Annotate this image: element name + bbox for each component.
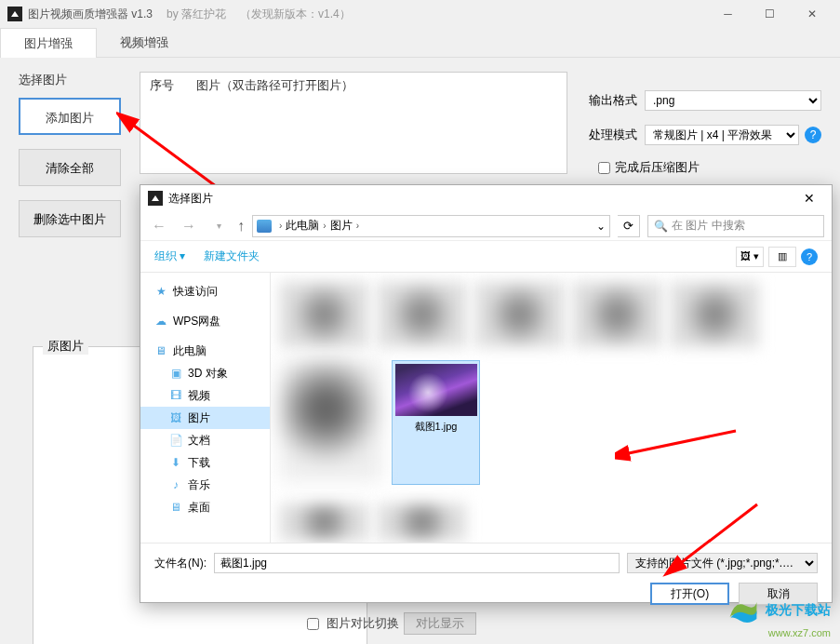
dialog-logo-icon bbox=[148, 191, 163, 206]
doc-icon: 📄 bbox=[168, 433, 183, 448]
nav-recent-icon[interactable]: ▾ bbox=[207, 221, 230, 231]
filename-label: 文件名(N): bbox=[154, 556, 207, 571]
compress-label: 完成后压缩图片 bbox=[615, 159, 700, 176]
view-details-button[interactable]: ▥ bbox=[768, 247, 796, 267]
author-text: by 落红护花 bbox=[167, 7, 226, 22]
video-icon: 🎞 bbox=[168, 388, 183, 403]
preview-label: 原图片 bbox=[43, 338, 88, 355]
refresh-button[interactable]: ⟳ bbox=[618, 215, 640, 237]
dialog-title: 选择图片 bbox=[168, 191, 213, 207]
annotation-arrow-2 bbox=[615, 422, 745, 477]
title-bar: 图片视频画质增强器 v1.3 by 落红护花 （发现新版本：v1.4） ─ ☐ … bbox=[0, 0, 840, 28]
breadcrumb-sep-icon[interactable]: › bbox=[323, 221, 326, 231]
file-item[interactable] bbox=[378, 503, 466, 543]
file-item[interactable] bbox=[671, 282, 759, 351]
sidebar-this-pc[interactable]: 🖥此电脑 bbox=[140, 340, 270, 362]
tab-video-enhance[interactable]: 视频增强 bbox=[97, 28, 192, 58]
output-format-label: 输出格式 bbox=[589, 92, 645, 109]
select-image-label: 选择图片 bbox=[19, 72, 130, 88]
file-item[interactable] bbox=[475, 282, 564, 351]
main-tabs: 图片增强 视频增强 bbox=[0, 28, 840, 58]
filetype-select[interactable]: 支持的图片文件 (*.jpg;*.png;*.… bbox=[627, 553, 818, 573]
view-thumbnails-button[interactable]: 🖼 ▾ bbox=[736, 247, 764, 267]
tab-image-enhance[interactable]: 图片增强 bbox=[0, 28, 97, 58]
file-item[interactable] bbox=[280, 503, 368, 543]
col-path: 图片（双击路径可打开图片） bbox=[196, 78, 353, 92]
close-button[interactable]: ✕ bbox=[791, 0, 833, 28]
output-format-select[interactable]: .png bbox=[645, 90, 821, 111]
sidebar-wps[interactable]: ☁WPS网盘 bbox=[140, 310, 270, 332]
svg-line-1 bbox=[624, 431, 736, 454]
music-icon: ♪ bbox=[168, 477, 183, 492]
bottom-compare: 图片对比切换 对比显示 bbox=[307, 612, 476, 635]
watermark-brand: 极光下载站 bbox=[766, 602, 831, 617]
sidebar-pictures[interactable]: 🖼图片 bbox=[140, 407, 270, 429]
compare-checkbox[interactable] bbox=[307, 618, 319, 630]
mode-select[interactable]: 常规图片 | x4 | 平滑效果 bbox=[645, 125, 799, 145]
watermark-url: www.xz7.com bbox=[727, 627, 831, 638]
compare-button[interactable]: 对比显示 bbox=[404, 612, 476, 635]
image-list: 序号 图片（双击路径可打开图片） bbox=[140, 72, 567, 174]
breadcrumb-root[interactable]: 此电脑 bbox=[286, 218, 319, 234]
breadcrumb-dropdown-icon[interactable]: ⌄ bbox=[596, 220, 606, 233]
file-list[interactable]: 截图1.jpg bbox=[271, 273, 832, 543]
minimize-button[interactable]: ─ bbox=[707, 0, 749, 28]
new-folder-button[interactable]: 新建文件夹 bbox=[204, 248, 260, 264]
sidebar-videos[interactable]: 🎞视频 bbox=[140, 384, 270, 407]
sidebar-downloads[interactable]: ⬇下载 bbox=[140, 451, 270, 474]
search-icon: 🔍 bbox=[654, 220, 668, 233]
thumbnail bbox=[395, 364, 477, 416]
watermark-logo-icon bbox=[727, 594, 760, 627]
cube-icon: ▣ bbox=[168, 366, 183, 381]
cloud-icon: ☁ bbox=[153, 314, 168, 329]
dialog-help-icon[interactable]: ? bbox=[801, 248, 818, 265]
window-title: 图片视频画质增强器 v1.3 bbox=[28, 7, 153, 22]
compress-checkbox[interactable] bbox=[598, 162, 610, 174]
breadcrumb-sep-icon[interactable]: › bbox=[279, 221, 282, 231]
file-item-selected[interactable]: 截图1.jpg bbox=[392, 360, 480, 485]
nav-forward-icon[interactable]: → bbox=[178, 218, 200, 235]
watermark: 极光下载站 www.xz7.com bbox=[727, 594, 831, 638]
delete-selected-button[interactable]: 删除选中图片 bbox=[19, 200, 121, 237]
maximize-button[interactable]: ☐ bbox=[749, 0, 791, 28]
new-version-text: （发现新版本：v1.4） bbox=[240, 7, 351, 22]
add-image-button[interactable]: 添加图片 bbox=[19, 98, 121, 135]
file-item[interactable] bbox=[378, 282, 466, 351]
pc-icon: 🖥 bbox=[153, 343, 168, 358]
sidebar-3d-objects[interactable]: ▣3D 对象 bbox=[140, 362, 270, 384]
pc-icon bbox=[257, 220, 272, 233]
file-open-dialog: 选择图片 ✕ ← → ▾ ↑ › 此电脑 › 图片 › ⌄ ⟳ 🔍 在 图片 中… bbox=[140, 184, 833, 603]
search-placeholder: 在 图片 中搜索 bbox=[672, 218, 745, 234]
sidebar-quick-access[interactable]: ★快速访问 bbox=[140, 280, 270, 302]
file-name: 截图1.jpg bbox=[395, 420, 476, 434]
file-item[interactable] bbox=[280, 360, 382, 485]
desktop-icon: 🖥 bbox=[168, 500, 183, 515]
open-button[interactable]: 打开(O) bbox=[650, 583, 729, 605]
mode-label: 处理模式 bbox=[589, 127, 645, 143]
search-input[interactable]: 🔍 在 图片 中搜索 bbox=[647, 215, 824, 237]
organize-menu[interactable]: 组织 ▾ bbox=[154, 248, 185, 264]
filename-input[interactable] bbox=[214, 553, 620, 573]
dialog-sidebar: ★快速访问 ☁WPS网盘 🖥此电脑 ▣3D 对象 🎞视频 🖼图片 📄文档 ⬇下载… bbox=[140, 273, 271, 543]
star-icon: ★ bbox=[153, 284, 168, 299]
breadcrumb-folder[interactable]: 图片 bbox=[330, 218, 353, 234]
nav-up-icon[interactable]: ↑ bbox=[237, 218, 245, 235]
app-logo-icon bbox=[7, 7, 22, 21]
pictures-icon: 🖼 bbox=[168, 410, 183, 425]
sidebar-desktop[interactable]: 🖥桌面 bbox=[140, 496, 270, 518]
file-item[interactable] bbox=[573, 282, 661, 351]
clear-all-button[interactable]: 清除全部 bbox=[19, 149, 121, 186]
sidebar-music[interactable]: ♪音乐 bbox=[140, 474, 270, 496]
download-icon: ⬇ bbox=[168, 455, 183, 470]
col-index: 序号 bbox=[150, 78, 174, 92]
breadcrumb-sep-icon[interactable]: › bbox=[356, 221, 359, 231]
compare-label: 图片对比切换 bbox=[327, 615, 399, 632]
file-item[interactable] bbox=[280, 282, 368, 351]
help-icon[interactable]: ? bbox=[805, 127, 821, 143]
dialog-close-button[interactable]: ✕ bbox=[794, 191, 824, 206]
sidebar-documents[interactable]: 📄文档 bbox=[140, 429, 270, 451]
nav-back-icon[interactable]: ← bbox=[148, 218, 170, 235]
breadcrumb[interactable]: › 此电脑 › 图片 › ⌄ bbox=[252, 215, 610, 237]
